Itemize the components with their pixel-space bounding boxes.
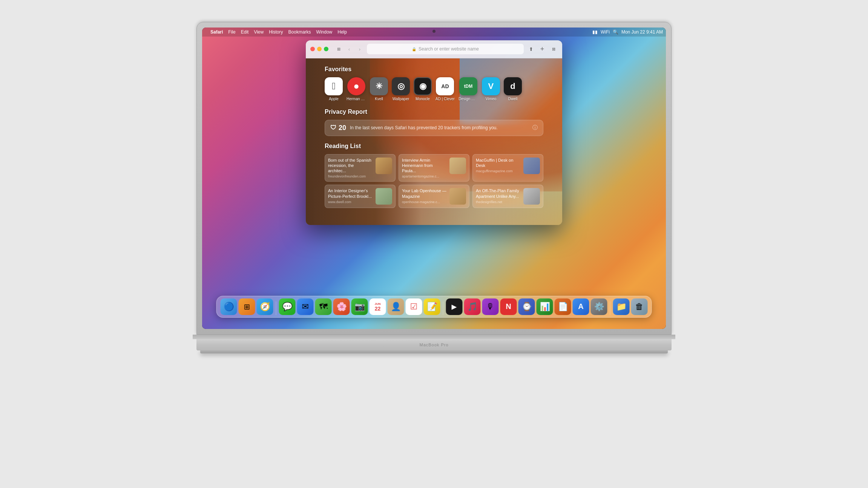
- reading-thumb-1: [449, 158, 466, 174]
- forward-button[interactable]: ›: [356, 45, 364, 53]
- dock-mail[interactable]: ✉: [297, 298, 314, 315]
- dwell-favicon: d: [504, 77, 522, 95]
- privacy-count: 🛡 20: [330, 124, 346, 132]
- dock-finder[interactable]: 🔵: [221, 298, 237, 315]
- favorite-kvell[interactable]: ✳ Kvell: [370, 77, 388, 101]
- reading-thumb-5: [523, 188, 540, 205]
- close-button[interactable]: [310, 47, 315, 51]
- macbook-base: MacBook Pro: [196, 339, 672, 350]
- privacy-message: In the last seven days Safari has preven…: [350, 125, 529, 130]
- favorite-apple[interactable]:  Apple: [325, 77, 343, 101]
- dock-appstore[interactable]: A: [573, 298, 589, 315]
- search-icon[interactable]: 🔍: [613, 29, 618, 35]
- share-button[interactable]: ⬆: [527, 45, 535, 53]
- reading-text-1: Interview Armin Heinemann from Paula... …: [402, 158, 446, 179]
- safari-toolbar: ⊞ ‹ › 🔒 Search or enter website name ⬆ +…: [306, 40, 562, 58]
- minimize-button[interactable]: [317, 47, 322, 51]
- dock-screentime[interactable]: ⌚: [518, 298, 535, 315]
- dock-messages[interactable]: 💬: [279, 298, 296, 315]
- macbook-lid: Safari File Edit View History Bookmarks …: [196, 22, 672, 335]
- menubar-left: Safari File Edit View History Bookmarks …: [205, 29, 592, 35]
- dock-numbers[interactable]: 📊: [537, 298, 553, 315]
- dock-facetime[interactable]: 📷: [351, 298, 368, 315]
- address-bar[interactable]: 🔒 Search or enter website name: [367, 44, 524, 54]
- monocle-favicon: ◉: [414, 77, 432, 95]
- reading-item-3[interactable]: An Interior Designer's Picture-Perfect B…: [325, 185, 396, 208]
- reading-text-5: An Off-The-Plan Family Apartment Unlike …: [476, 188, 520, 204]
- dock-divider-3: [610, 301, 610, 315]
- dock-files[interactable]: 📁: [613, 298, 630, 315]
- toolbar-right: ⬆ + ⊠: [527, 45, 558, 53]
- menubar-window[interactable]: Window: [316, 29, 333, 35]
- apple-favicon: : [325, 77, 343, 95]
- traffic-lights: [310, 47, 328, 51]
- reading-url-5: thedesignfiles.net: [476, 200, 520, 204]
- dwell-label: Dwell: [508, 97, 517, 101]
- reading-item-4[interactable]: Your Lab Openhouse — Magazine openhouse-…: [399, 185, 469, 208]
- menubar-history[interactable]: History: [269, 29, 283, 35]
- dock-reminders[interactable]: ☑: [406, 298, 422, 315]
- monocle-label: Monocle: [416, 97, 430, 101]
- favorite-dwell[interactable]: d Dwell: [504, 77, 522, 101]
- menubar-file[interactable]: File: [228, 29, 235, 35]
- menubar: Safari File Edit View History Bookmarks …: [202, 28, 666, 37]
- reading-thumb-4: [449, 188, 466, 205]
- dock-safari[interactable]: 🧭: [257, 298, 273, 315]
- sidebar-toggle-button[interactable]: ⊞: [334, 45, 343, 53]
- favorite-design-museum[interactable]: tDM Design Museum: [459, 77, 478, 101]
- dock-pages[interactable]: 📄: [555, 298, 571, 315]
- reading-item-2[interactable]: MacGuffin | Desk on Desk macguffinmagazi…: [472, 154, 543, 182]
- apple-label: Apple: [329, 97, 339, 101]
- new-tab-button[interactable]: +: [538, 45, 546, 53]
- reading-title-4: Your Lab Openhouse — Magazine: [402, 188, 446, 199]
- privacy-card[interactable]: 🛡 20 In the last seven days Safari has p…: [325, 120, 543, 136]
- menubar-edit[interactable]: Edit: [241, 29, 249, 35]
- dock-contacts[interactable]: 👤: [388, 298, 404, 315]
- reading-url-1: apartamentomgazine.c...: [402, 174, 446, 178]
- dock-maps[interactable]: 🗺: [315, 298, 332, 315]
- dock-notes[interactable]: 📝: [424, 298, 440, 315]
- reading-title-3: An Interior Designer's Picture-Perfect B…: [328, 188, 373, 199]
- favorite-vimeo[interactable]: V Vimeo: [482, 77, 500, 101]
- lock-icon: 🔒: [412, 47, 416, 51]
- reading-text-4: Your Lab Openhouse — Magazine openhouse-…: [402, 188, 446, 204]
- menubar-view[interactable]: View: [254, 29, 264, 35]
- dock-podcasts[interactable]: 🎙: [482, 298, 499, 315]
- favorite-herman-miller[interactable]: ● Herman Miller: [347, 77, 366, 101]
- wallpaper-label: Wallpaper: [393, 97, 409, 101]
- favorite-ad-clever[interactable]: AD AD | Clever: [436, 77, 455, 101]
- dock-launchpad[interactable]: ⊞: [239, 298, 255, 315]
- menubar-help[interactable]: Help: [337, 29, 347, 35]
- tdm-favicon: tDM: [459, 77, 477, 95]
- maximize-button[interactable]: [324, 47, 328, 51]
- reading-url-0: freundevonfreunden.com: [328, 174, 373, 178]
- safari-content: Favorites  Apple ● Herman Miller: [306, 58, 562, 225]
- tab-overview-button[interactable]: ⊠: [549, 45, 558, 53]
- menubar-bookmarks[interactable]: Bookmarks: [288, 29, 311, 35]
- calendar-date: 22: [375, 306, 381, 312]
- menubar-app-name[interactable]: Safari: [210, 29, 223, 35]
- reading-text-0: Born out of the Spanish recession, the a…: [328, 158, 373, 179]
- favorite-monocle[interactable]: ◉ Monocle: [414, 77, 432, 101]
- reading-title-2: MacGuffin | Desk on Desk: [476, 158, 520, 168]
- reading-item-5[interactable]: An Off-The-Plan Family Apartment Unlike …: [472, 185, 543, 208]
- dock-music[interactable]: 🎵: [464, 298, 481, 315]
- reading-item-1[interactable]: Interview Armin Heinemann from Paula... …: [399, 154, 469, 182]
- herman-favicon: ●: [347, 77, 365, 95]
- favorite-wallpaper[interactable]: ◎ Wallpaper: [392, 77, 410, 101]
- toolbar-nav: ⊞ ‹ ›: [334, 45, 364, 53]
- dock-calendar[interactable]: JUN 22: [370, 298, 386, 315]
- reading-list-section: Reading List Born out of the Spanish rec…: [325, 143, 543, 208]
- privacy-info-icon[interactable]: ⓘ: [532, 124, 538, 131]
- ad-label: AD | Clever: [436, 97, 455, 101]
- dock-sysprefs[interactable]: ⚙️: [591, 298, 607, 315]
- back-button[interactable]: ‹: [345, 45, 353, 53]
- dock-trash[interactable]: 🗑: [631, 298, 648, 315]
- dock-news[interactable]: N: [500, 298, 517, 315]
- wifi-icon: WiFi: [601, 29, 610, 35]
- dock-photos[interactable]: 🌸: [333, 298, 350, 315]
- reading-item-0[interactable]: Born out of the Spanish recession, the a…: [325, 154, 396, 182]
- dock-appletv[interactable]: ▶: [446, 298, 463, 315]
- vimeo-favicon: V: [482, 77, 500, 95]
- reading-thumb-0: [376, 158, 392, 174]
